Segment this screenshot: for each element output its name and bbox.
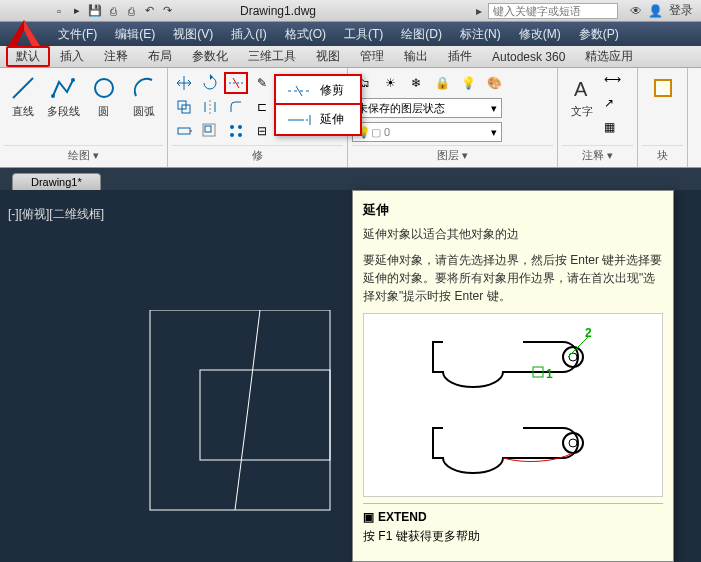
title-bar: ▫ ▸ 💾 ⎙ ⎙ ↶ ↷ Drawing1.dwg ▸ 👁 👤 登录 [0, 0, 701, 22]
tool-leader-icon[interactable]: ↗ [604, 96, 628, 118]
tool-polyline[interactable]: 多段线 [44, 72, 82, 145]
panel-block-title[interactable]: 块 [642, 145, 683, 163]
menu-format[interactable]: 格式(O) [277, 23, 334, 46]
tab-parametric[interactable]: 参数化 [182, 46, 238, 67]
tab-output[interactable]: 输出 [394, 46, 438, 67]
drawing-geometry [140, 310, 350, 530]
menu-tools[interactable]: 工具(T) [336, 23, 391, 46]
menu-view[interactable]: 视图(V) [165, 23, 221, 46]
qat-plot-icon[interactable]: ⎙ [124, 4, 138, 18]
svg-text:A: A [574, 78, 588, 100]
svg-point-15 [238, 133, 242, 137]
panel-block: 块 [638, 68, 688, 167]
qat-saveas-icon[interactable]: ⎙ [106, 4, 120, 18]
qat-undo-icon[interactable]: ↶ [142, 4, 156, 18]
tab-layout[interactable]: 布局 [138, 46, 182, 67]
flyout-trim-label: 修剪 [320, 82, 344, 99]
layer-iso-icon[interactable]: ☀ [378, 72, 402, 94]
tool-fillet-icon[interactable] [224, 96, 248, 118]
tab-annotate[interactable]: 注释 [94, 46, 138, 67]
svg-point-2 [71, 78, 75, 82]
svg-point-3 [95, 79, 113, 97]
menu-edit[interactable]: 编辑(E) [107, 23, 163, 46]
trim-icon [286, 84, 312, 98]
panel-draw: 直线 多段线 圆 圆弧 绘图 ▾ [0, 68, 168, 167]
tab-view[interactable]: 视图 [306, 46, 350, 67]
binoculars-icon[interactable]: 👁 [630, 4, 642, 18]
drawing-canvas[interactable]: [-][俯视][二维线框] 延伸 延伸对象以适合其他对象的边 要延伸对象，请首先… [0, 190, 701, 562]
viewport-label[interactable]: [-][俯视][二维线框] [8, 206, 104, 223]
panel-draw-title[interactable]: 绘图 ▾ [4, 145, 163, 163]
tool-circle[interactable]: 圆 [85, 72, 123, 145]
tab-plugins[interactable]: 插件 [438, 46, 482, 67]
ribbon-tabs: 默认 插入 注释 布局 参数化 三维工具 视图 管理 输出 插件 Autodes… [0, 46, 701, 68]
layer-state-combo[interactable]: 未保存的图层状态▾ [352, 98, 502, 118]
tab-3dtools[interactable]: 三维工具 [238, 46, 306, 67]
menu-file[interactable]: 文件(F) [50, 23, 105, 46]
svg-point-12 [230, 125, 234, 129]
tab-featured[interactable]: 精选应用 [575, 46, 643, 67]
menu-draw[interactable]: 绘图(D) [393, 23, 450, 46]
tool-array-icon[interactable] [224, 120, 248, 142]
svg-point-32 [569, 439, 577, 447]
tool-copy-icon[interactable] [172, 96, 196, 118]
tool-table-icon[interactable]: ▦ [604, 120, 628, 142]
layer-freeze-icon[interactable]: ❄ [404, 72, 428, 94]
menu-insert[interactable]: 插入(I) [223, 23, 274, 46]
tool-block-insert[interactable] [643, 72, 683, 145]
tooltip-title: 延伸 [363, 201, 663, 219]
panel-layer: 🗂 ☀ ❄ 🔒 💡 🎨 未保存的图层状态▾ 💡 ▢ 0▾ 图层 ▾ [348, 68, 558, 167]
tool-arc[interactable]: 圆弧 [125, 72, 163, 145]
menu-dim[interactable]: 标注(N) [452, 23, 509, 46]
extend-icon [286, 113, 312, 127]
document-tab-1[interactable]: Drawing1* [12, 173, 101, 190]
tool-dim-icon[interactable]: ⟷ [604, 72, 628, 94]
tab-insert[interactable]: 插入 [50, 46, 94, 67]
tool-scale-icon[interactable] [198, 120, 222, 142]
svg-point-14 [230, 133, 234, 137]
app-logo[interactable] [4, 16, 44, 52]
tool-rotate-icon[interactable] [198, 72, 222, 94]
tool-offset-icon[interactable]: ⊏ [250, 96, 274, 118]
svg-point-1 [51, 94, 55, 98]
layer-lock-icon[interactable]: 🔒 [430, 72, 454, 94]
qat-open-icon[interactable]: ▸ [70, 4, 84, 18]
tool-line-label: 直线 [12, 104, 34, 119]
dropdown-icon[interactable]: ▸ [476, 4, 482, 18]
panel-modify-title[interactable]: 修 [172, 145, 343, 163]
tool-trim-icon[interactable] [224, 72, 248, 94]
panel-layer-title[interactable]: 图层 ▾ [352, 145, 553, 163]
tool-mirror-icon[interactable] [198, 96, 222, 118]
tool-stretch-icon[interactable] [172, 120, 196, 142]
quick-access-toolbar: ▫ ▸ 💾 ⎙ ⎙ ↶ ↷ [46, 4, 180, 18]
flyout-trim[interactable]: 修剪 [276, 76, 360, 105]
tool-line[interactable]: 直线 [4, 72, 42, 145]
tab-a360[interactable]: Autodesk 360 [482, 48, 575, 66]
login-link[interactable]: 登录 [669, 2, 693, 19]
layer-off-icon[interactable]: 💡 [456, 72, 480, 94]
qat-redo-icon[interactable]: ↷ [160, 4, 174, 18]
tooltip-command: EXTEND [378, 510, 427, 524]
layer-current-combo[interactable]: 💡 ▢ 0▾ [352, 122, 502, 142]
svg-line-0 [13, 78, 33, 98]
qat-new-icon[interactable]: ▫ [52, 4, 66, 18]
svg-rect-10 [205, 126, 211, 132]
user-icon[interactable]: 👤 [648, 4, 663, 18]
menu-bar: 文件(F) 编辑(E) 视图(V) 插入(I) 格式(O) 工具(T) 绘图(D… [0, 22, 701, 46]
tab-manage[interactable]: 管理 [350, 46, 394, 67]
tool-polyline-label: 多段线 [47, 104, 80, 119]
tool-break-icon[interactable]: ⊟ [250, 120, 274, 142]
flyout-extend-label: 延伸 [320, 111, 344, 128]
layer-match-icon[interactable]: 🎨 [482, 72, 506, 94]
qat-save-icon[interactable]: 💾 [88, 4, 102, 18]
svg-point-13 [238, 125, 242, 129]
search-input[interactable] [488, 3, 618, 19]
menu-param[interactable]: 参数(P) [571, 23, 627, 46]
menu-modify[interactable]: 修改(M) [511, 23, 569, 46]
panel-anno-title[interactable]: 注释 ▾ [562, 145, 633, 163]
svg-point-31 [563, 433, 583, 453]
tool-text[interactable]: A文字 [562, 72, 602, 145]
flyout-extend[interactable]: 延伸 [274, 103, 362, 136]
tool-move-icon[interactable] [172, 72, 196, 94]
tool-erase-icon[interactable]: ✎ [250, 72, 274, 94]
